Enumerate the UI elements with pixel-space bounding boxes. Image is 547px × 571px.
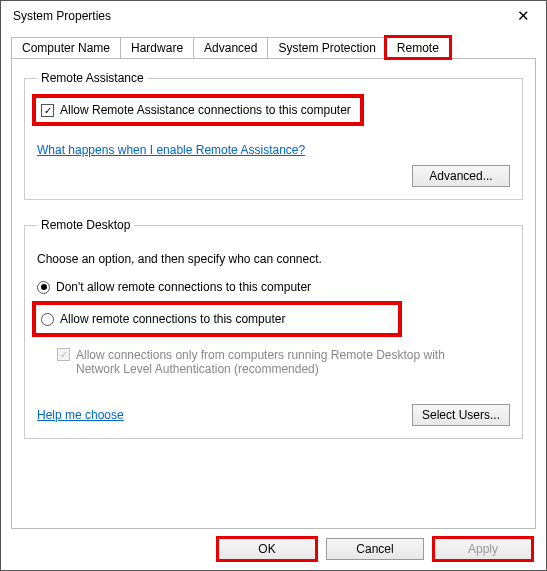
tab-remote[interactable]: Remote (386, 37, 450, 58)
legend-remote-desktop: Remote Desktop (37, 218, 134, 232)
radio-dont-allow-label: Don't allow remote connections to this c… (56, 280, 311, 294)
checkbox-icon[interactable]: ✓ (41, 104, 54, 117)
link-what-happens-ra[interactable]: What happens when I enable Remote Assist… (37, 143, 305, 157)
tab-row: Computer Name Hardware Advanced System P… (11, 37, 536, 59)
tab-advanced[interactable]: Advanced (193, 37, 268, 58)
group-remote-assistance: Remote Assistance ✓ Allow Remote Assista… (24, 71, 523, 200)
nla-label: Allow connections only from computers ru… (76, 348, 476, 376)
tab-hardware[interactable]: Hardware (120, 37, 194, 58)
ok-button[interactable]: OK (218, 538, 316, 560)
radio-allow-row[interactable]: Allow remote connections to this compute… (37, 306, 397, 332)
legend-remote-assistance: Remote Assistance (37, 71, 148, 85)
allow-remote-assistance-label: Allow Remote Assistance connections to t… (60, 103, 351, 117)
apply-button[interactable]: Apply (434, 538, 532, 560)
cancel-button[interactable]: Cancel (326, 538, 424, 560)
tab-content-remote: Remote Assistance ✓ Allow Remote Assista… (11, 59, 536, 529)
titlebar: System Properties ✕ (1, 1, 546, 31)
window-title: System Properties (13, 9, 111, 23)
radio-allow-label: Allow remote connections to this compute… (60, 312, 285, 326)
tab-system-protection[interactable]: System Protection (267, 37, 386, 58)
select-users-button[interactable]: Select Users... (412, 404, 510, 426)
link-help-me-choose[interactable]: Help me choose (37, 408, 124, 422)
advanced-button[interactable]: Advanced... (412, 165, 510, 187)
footer-buttons: OK Cancel Apply (218, 538, 532, 560)
remote-desktop-prompt: Choose an option, and then specify who c… (37, 252, 510, 266)
radio-dont-allow-row[interactable]: Don't allow remote connections to this c… (37, 280, 510, 294)
nla-checkbox-row: ✓ Allow connections only from computers … (57, 348, 510, 376)
radio-icon[interactable] (41, 313, 54, 326)
group-remote-desktop: Remote Desktop Choose an option, and the… (24, 218, 523, 439)
allow-remote-assistance-row[interactable]: ✓ Allow Remote Assistance connections to… (37, 99, 359, 121)
radio-icon[interactable] (37, 281, 50, 294)
close-icon[interactable]: ✕ (501, 1, 546, 31)
tab-computer-name[interactable]: Computer Name (11, 37, 121, 58)
checkbox-icon: ✓ (57, 348, 70, 361)
